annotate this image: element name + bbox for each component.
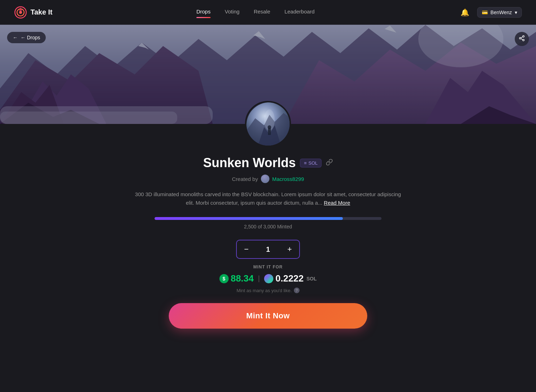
mint-now-button[interactable]: Mint It Now bbox=[169, 303, 367, 329]
quantity-stepper: − 1 + bbox=[236, 240, 300, 259]
sol-price: 0.2222 SOL bbox=[264, 273, 317, 284]
svg-point-29 bbox=[268, 125, 271, 129]
sol-amount: 0.2222 bbox=[275, 273, 304, 284]
stepper-container: − 1 + bbox=[133, 240, 403, 259]
logo-icon bbox=[14, 6, 27, 19]
stepper-value: 1 bbox=[256, 245, 280, 254]
mint-hint: Mint as many as you'd like. ? bbox=[133, 288, 403, 293]
usd-icon: $ bbox=[219, 274, 229, 283]
main-content: Sunken Worlds ≡ SOL Created by Macross82… bbox=[126, 147, 410, 337]
bell-button[interactable]: 🔔 bbox=[459, 6, 471, 19]
sol-badge-label: SOL bbox=[308, 160, 318, 166]
description-text: 300 3D illuminated monoliths carved into… bbox=[133, 190, 403, 207]
svg-point-30 bbox=[266, 276, 272, 282]
wallet-icon: 💳 bbox=[482, 10, 488, 15]
nav-voting[interactable]: Voting bbox=[225, 8, 240, 16]
decrement-button[interactable]: − bbox=[237, 240, 256, 258]
nav-drops[interactable]: Drops bbox=[196, 8, 211, 16]
main-nav: Drops Voting Resale Leaderboard bbox=[196, 8, 315, 16]
progress-label: 2,500 of 3,000 Minted bbox=[244, 224, 292, 229]
share-button[interactable] bbox=[515, 32, 529, 46]
mint-button-container: Mint It Now bbox=[133, 303, 403, 329]
created-by-label: Created by bbox=[232, 176, 258, 182]
avatar-container bbox=[0, 101, 536, 147]
chevron-down-icon: ▾ bbox=[515, 10, 517, 15]
usd-price: $ 88.34 bbox=[219, 273, 254, 284]
svg-line-22 bbox=[521, 37, 523, 38]
progress-fill bbox=[155, 217, 343, 220]
increment-button[interactable]: + bbox=[280, 240, 299, 258]
user-menu-button[interactable]: 💳 BenWenz ▾ bbox=[477, 7, 522, 18]
external-link-icon[interactable] bbox=[326, 159, 333, 167]
info-icon: ? bbox=[294, 288, 300, 293]
creator-avatar bbox=[261, 175, 269, 183]
header-right: 🔔 💳 BenWenz ▾ bbox=[459, 6, 522, 19]
nav-resale[interactable]: Resale bbox=[254, 8, 270, 16]
sol-badge-icon: ≡ bbox=[304, 160, 307, 166]
nav-leaderboard[interactable]: Leaderboard bbox=[284, 8, 314, 16]
logo: Take It bbox=[14, 6, 52, 19]
header: Take It Drops Voting Resale Leaderboard … bbox=[0, 0, 536, 25]
share-icon bbox=[519, 35, 525, 43]
mint-for-label: MINT IT FOR bbox=[133, 265, 403, 269]
title-row: Sunken Worlds ≡ SOL bbox=[133, 155, 403, 170]
sol-unit-label: SOL bbox=[307, 276, 317, 282]
svg-line-21 bbox=[521, 39, 523, 40]
back-button[interactable]: ← ← Drops bbox=[7, 32, 46, 43]
description-content: 300 3D illuminated monoliths carved into… bbox=[135, 191, 401, 206]
price-divider: | bbox=[258, 274, 260, 283]
hint-text: Mint as many as you'd like. bbox=[236, 288, 292, 293]
avatar-image bbox=[246, 102, 291, 147]
usd-amount: 88.34 bbox=[231, 273, 254, 284]
back-label: ← Drops bbox=[21, 35, 40, 40]
progress-section: 2,500 of 3,000 Minted bbox=[133, 217, 403, 230]
read-more-link[interactable]: Read More bbox=[324, 200, 350, 206]
progress-track bbox=[155, 217, 381, 220]
avatar bbox=[245, 101, 291, 147]
creator-name[interactable]: Macross8299 bbox=[272, 176, 304, 182]
user-name: BenWenz bbox=[491, 10, 512, 15]
logo-text: Take It bbox=[30, 8, 52, 16]
sol-badge: ≡ SOL bbox=[300, 159, 322, 167]
plus-icon: + bbox=[287, 245, 292, 254]
minus-icon: − bbox=[244, 245, 249, 254]
price-row: $ 88.34 | 0.2222 SOL bbox=[133, 273, 403, 284]
creator-row: Created by Macross8299 bbox=[133, 175, 403, 183]
back-arrow-icon: ← bbox=[13, 35, 18, 40]
collection-title: Sunken Worlds bbox=[203, 155, 296, 170]
sol-coin-icon bbox=[264, 274, 273, 283]
